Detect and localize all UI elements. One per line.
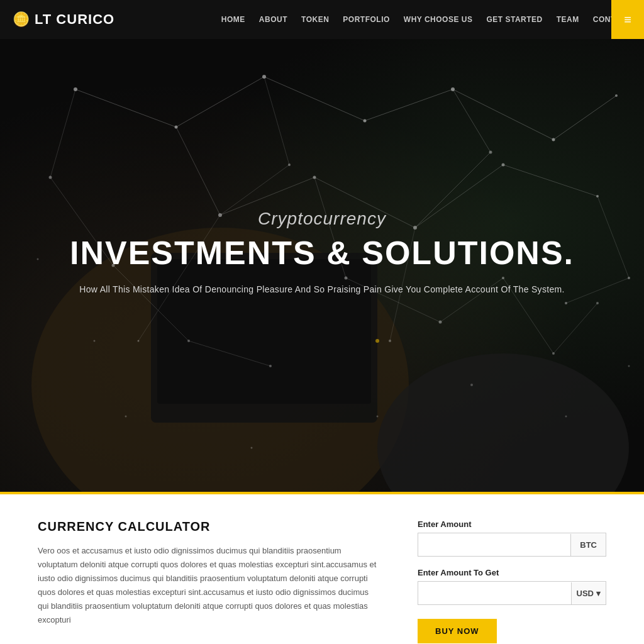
nav-item-why-choose-us[interactable]: WHY CHOOSE US — [404, 15, 473, 24]
hero-title: INVESTMENTS & SOLUTIONS. — [32, 235, 612, 271]
svg-line-31 — [553, 303, 597, 353]
svg-line-19 — [264, 77, 289, 165]
calculator-left: CURRENCY CALCULATOR Vero oos et accusamu… — [38, 519, 380, 628]
get-amount-input[interactable] — [418, 582, 571, 604]
svg-line-6 — [75, 89, 176, 127]
svg-point-48 — [288, 164, 291, 166]
svg-point-61 — [94, 340, 96, 342]
svg-line-17 — [50, 89, 75, 177]
nav-item-token[interactable]: TOKEN — [301, 15, 329, 24]
svg-point-40 — [615, 94, 618, 97]
get-currency-select[interactable]: USD ▾ — [571, 582, 606, 604]
svg-line-7 — [176, 77, 264, 127]
nav-item-home[interactable]: HOME — [221, 15, 245, 24]
svg-point-46 — [49, 176, 52, 179]
svg-point-50 — [628, 277, 630, 279]
svg-point-58 — [596, 302, 599, 304]
svg-point-53 — [439, 321, 442, 324]
main-nav: HOMEABOUTTOKENPORTFOLIOWHY CHOOSE USGET … — [221, 15, 631, 24]
svg-point-38 — [451, 87, 455, 91]
svg-point-64 — [565, 416, 567, 418]
get-currency-label: USD — [577, 589, 594, 598]
svg-line-11 — [553, 96, 616, 140]
svg-line-29 — [189, 341, 270, 366]
svg-point-62 — [377, 416, 379, 418]
hero-content: Cryptocurrency INVESTMENTS & SOLUTIONS. … — [32, 209, 612, 297]
svg-line-12 — [176, 127, 220, 215]
dropdown-arrow-icon: ▾ — [596, 589, 601, 598]
logo-name: CURICO — [52, 11, 114, 27]
hamburger-icon: ≡ — [624, 13, 631, 27]
svg-point-68 — [628, 365, 630, 367]
calculator-section: CURRENCY CALCULATOR Vero oos et accusamu… — [0, 494, 644, 644]
amount-input[interactable] — [418, 533, 570, 556]
calculator-right: Enter Amount BTC Enter Amount To Get USD… — [418, 519, 606, 643]
svg-point-34 — [74, 87, 77, 91]
svg-point-63 — [470, 384, 473, 386]
logo-text: LT CURICO — [35, 11, 114, 28]
nav-item-get-started[interactable]: GET STARTED — [486, 15, 542, 24]
svg-point-56 — [269, 365, 272, 367]
buy-now-button[interactable]: BUY NOW — [418, 619, 497, 643]
svg-point-37 — [364, 119, 367, 123]
hero-section: Cryptocurrency INVESTMENTS & SOLUTIONS. … — [0, 39, 644, 492]
svg-point-42 — [313, 176, 316, 179]
logo-icon: 🪙 — [13, 11, 30, 28]
svg-point-55 — [187, 340, 190, 342]
svg-point-59 — [138, 340, 140, 342]
amount-currency: BTC — [570, 534, 606, 556]
svg-point-57 — [552, 352, 555, 355]
calculator-description: Vero oos et accusamus et iusto odio dign… — [38, 544, 380, 628]
svg-point-39 — [552, 138, 555, 142]
get-amount-input-row: USD ▾ — [418, 581, 606, 605]
svg-point-35 — [175, 126, 178, 129]
header: 🪙 LT CURICO HOMEABOUTTOKENPORTFOLIOWHY C… — [0, 0, 644, 39]
logo[interactable]: 🪙 LT CURICO — [13, 11, 114, 28]
svg-line-20 — [220, 165, 289, 215]
nav-item-team[interactable]: TEAM — [557, 15, 579, 24]
svg-point-45 — [596, 195, 599, 197]
svg-line-8 — [264, 77, 365, 121]
svg-point-60 — [389, 340, 391, 342]
svg-point-49 — [489, 151, 492, 154]
nav-item-about[interactable]: ABOUT — [259, 15, 287, 24]
enter-get-label: Enter Amount To Get — [418, 568, 606, 577]
nav-item-portfolio[interactable]: PORTFOLIO — [343, 15, 390, 24]
calculator-title: CURRENCY CALCULATOR — [38, 519, 380, 534]
hero-description: How All This Mistaken Idea Of Denouncing… — [32, 282, 612, 296]
svg-point-51 — [565, 302, 567, 304]
svg-point-66 — [125, 416, 127, 418]
svg-point-69 — [375, 339, 379, 343]
enter-amount-label: Enter Amount — [418, 519, 606, 529]
svg-point-44 — [502, 164, 505, 167]
svg-line-16 — [503, 165, 597, 196]
hero-subtitle: Cryptocurrency — [32, 209, 612, 229]
logo-brand: LT — [35, 11, 52, 27]
hamburger-button[interactable]: ≡ — [611, 0, 644, 39]
svg-point-36 — [262, 75, 266, 79]
svg-point-65 — [251, 447, 253, 449]
amount-input-row: BTC — [418, 533, 606, 557]
svg-line-9 — [365, 89, 453, 121]
